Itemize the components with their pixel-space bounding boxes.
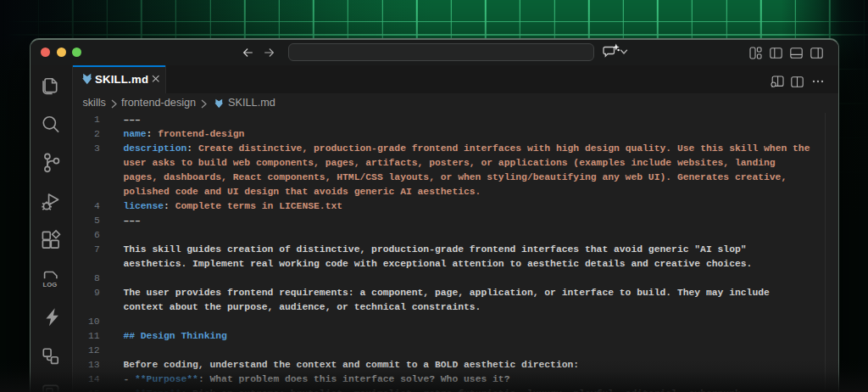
svg-text:LOG: LOG xyxy=(43,281,58,288)
